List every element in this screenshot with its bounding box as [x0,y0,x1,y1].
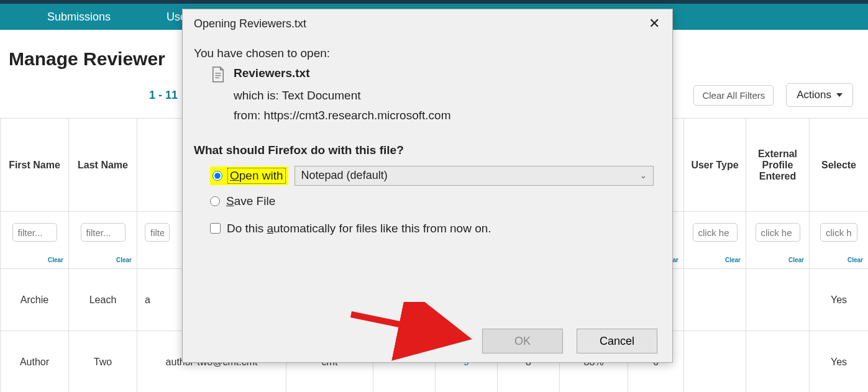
which-is-label: which is: [234,89,279,102]
clear-link[interactable]: Clear [48,257,63,263]
auto-label: Do this automatically for files like thi… [227,222,491,235]
actions-label: Actions [797,89,831,101]
filter-user-type[interactable] [693,223,738,242]
ok-button[interactable]: OK [482,329,563,353]
col-ext-profile: External Profile Entered [746,119,810,212]
dialog-title: Opening Reviewers.txt [194,17,306,30]
clear-link[interactable]: Clear [116,257,132,263]
download-dialog: Opening Reviewers.txt ✕ You have chosen … [182,9,673,363]
actions-dropdown-button[interactable]: Actions [786,83,853,107]
close-icon[interactable]: ✕ [645,14,664,33]
cell-selected: Yes [810,331,869,393]
clear-link[interactable]: Clear [788,257,804,263]
filter-email[interactable] [145,223,170,242]
cell-first: Archie [1,269,69,331]
open-with-app-value: Notepad (default) [301,169,388,182]
open-with-app-select[interactable]: Notepad (default) ⌄ [295,166,654,186]
open-with-label: Open with [227,168,286,184]
results-range: 1 - 11 [149,89,178,102]
col-user-type: User Type [684,119,746,212]
filter-ext-profile[interactable] [756,223,800,242]
col-selected: Selecte [810,119,869,212]
save-file-label: Save File [226,194,275,208]
filter-selected[interactable] [820,223,857,242]
cell-last: Two [69,331,137,393]
cell-first: Author [1,331,69,393]
nav-submissions[interactable]: Submissions [47,11,111,24]
chevron-down-icon: ⌄ [640,171,647,180]
save-file-radio[interactable] [210,196,220,206]
clear-link[interactable]: Clear [725,257,741,263]
filter-first-name[interactable] [12,223,57,242]
chosen-text: You have chosen to open: [194,47,654,60]
cell-selected: Yes [810,269,869,331]
open-with-radio[interactable] [212,171,222,181]
which-is-value: Text Document [282,89,361,102]
caret-down-icon [836,93,843,97]
from-label: from: [234,109,260,122]
file-icon [211,66,225,83]
cancel-button[interactable]: Cancel [577,329,657,353]
clear-all-filters-button[interactable]: Clear All Filters [693,85,774,106]
cell-last: Leach [69,269,137,331]
action-question: What should Firefox do with this file? [194,144,654,157]
col-last-name: Last Name [69,119,137,212]
clear-link[interactable]: Clear [847,257,863,263]
filter-last-name[interactable] [81,223,126,242]
from-value: https://cmt3.research.microsoft.com [264,109,451,122]
file-name: Reviewers.txt [234,66,310,80]
auto-checkbox[interactable] [210,223,221,234]
col-first-name: First Name [1,119,69,212]
